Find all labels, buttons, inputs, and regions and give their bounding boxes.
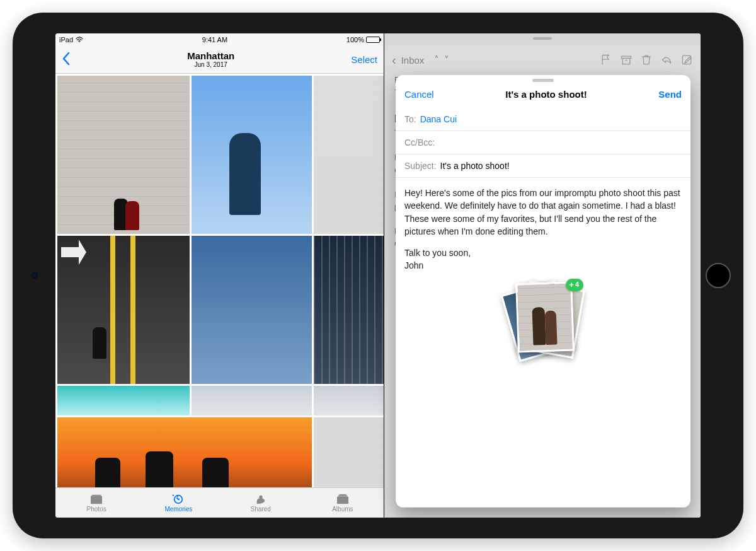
photo-thumbnail[interactable] — [314, 236, 384, 384]
shared-icon — [254, 494, 268, 505]
cc-bcc-label: Cc/Bcc: — [404, 137, 435, 148]
photos-icon — [89, 494, 103, 505]
photo-thumbnail[interactable] — [192, 76, 312, 234]
body-paragraph[interactable]: Hey! Here's some of the pics from our im… — [404, 187, 682, 238]
subject-field[interactable]: Subject: It's a photo shoot! — [396, 154, 690, 178]
tab-label: Memories — [164, 506, 192, 513]
flag-icon[interactable] — [600, 54, 612, 66]
chevron-left-icon — [62, 52, 71, 66]
memories-icon — [171, 494, 185, 505]
svg-rect-9 — [339, 494, 346, 495]
chevron-up-icon[interactable]: ˄ — [434, 54, 439, 66]
attachment-count-badge: + 4 — [566, 279, 583, 291]
subject-value[interactable]: It's a photo shoot! — [440, 161, 510, 171]
svg-rect-1 — [91, 496, 102, 504]
reply-icon[interactable] — [660, 54, 673, 66]
photo-thumbnail[interactable] — [314, 386, 384, 415]
compose-body[interactable]: Hey! Here's some of the pics from our im… — [396, 178, 690, 508]
photo-thumbnail[interactable] — [57, 417, 312, 487]
album-title: Manhattan — [187, 51, 234, 62]
home-button[interactable] — [706, 263, 731, 288]
tab-memories[interactable]: Memories — [137, 488, 219, 518]
chevron-left-icon[interactable]: ‹ — [392, 53, 396, 67]
select-button[interactable]: Select — [351, 54, 377, 65]
albums-icon — [336, 494, 350, 505]
tab-photos[interactable]: Photos — [55, 488, 137, 518]
to-field[interactable]: To: Dana Cui — [396, 108, 690, 131]
photos-navbar: Manhattan Jun 3, 2017 Select — [55, 46, 384, 74]
battery-icon — [366, 37, 380, 43]
photo-thumbnail[interactable] — [57, 76, 190, 234]
svg-rect-7 — [337, 496, 348, 504]
status-bar: iPad 9:41 AM 100% — [55, 33, 384, 46]
trash-icon[interactable] — [640, 54, 653, 66]
compose-title: It's a photo shoot! — [505, 89, 587, 100]
tab-shared[interactable]: Shared — [220, 488, 302, 518]
svg-point-6 — [259, 495, 262, 498]
attachment-stack[interactable]: + 4 — [505, 281, 581, 363]
subject-label: Subject: — [404, 161, 437, 171]
attachment-photo[interactable] — [515, 281, 575, 352]
compose-icon[interactable] — [680, 54, 693, 66]
photo-thumbnail[interactable] — [314, 417, 384, 487]
photo-thumbnail[interactable] — [192, 386, 312, 415]
mail-toolbar: ‹ Inbox ˄ ˅ — [384, 46, 701, 74]
send-button[interactable]: Send — [658, 89, 682, 100]
wifi-icon — [76, 37, 83, 43]
photo-thumbnail[interactable] — [314, 76, 384, 234]
svg-rect-8 — [338, 495, 347, 496]
tab-label: Albums — [332, 506, 353, 513]
plus-icon: + — [569, 281, 574, 289]
svg-rect-2 — [92, 494, 101, 496]
mail-back-label[interactable]: Inbox — [401, 55, 425, 66]
ipad-frame: iPad 9:41 AM 100% Manhattan Ju — [13, 13, 743, 538]
album-date: Jun 3, 2017 — [187, 61, 234, 68]
screen: iPad 9:41 AM 100% Manhattan Ju — [55, 33, 701, 518]
tab-albums[interactable]: Albums — [302, 488, 384, 518]
status-battery-pct: 100% — [346, 36, 364, 44]
photo-thumbnail[interactable] — [192, 236, 312, 384]
svg-rect-11 — [622, 59, 630, 64]
photos-app: iPad 9:41 AM 100% Manhattan Ju — [55, 33, 384, 518]
tab-label: Shared — [251, 506, 271, 513]
cc-bcc-field[interactable]: Cc/Bcc: — [396, 131, 690, 154]
svg-point-0 — [79, 41, 80, 42]
compose-sheet: Cancel It's a photo shoot! Send To: Dana… — [396, 75, 690, 508]
attachment-count: 4 — [575, 280, 579, 290]
arrow-icon — [61, 240, 86, 265]
photo-grid[interactable] — [55, 74, 384, 487]
mail-app: ‹ Inbox ˄ ˅ — [384, 33, 701, 518]
to-value[interactable]: Dana Cui — [420, 114, 457, 124]
chevron-down-icon[interactable]: ˅ — [444, 54, 449, 66]
archive-icon[interactable] — [620, 54, 633, 66]
sheet-handle[interactable] — [532, 79, 554, 82]
cancel-button[interactable]: Cancel — [404, 89, 434, 100]
status-device: iPad — [59, 36, 73, 44]
tab-label: Photos — [87, 506, 106, 513]
to-label: To: — [404, 114, 416, 124]
photos-tabbar: Photos Memories Shared Albums — [55, 487, 384, 518]
status-time: 9:41 AM — [202, 36, 227, 44]
photo-thumbnail[interactable] — [57, 386, 190, 415]
body-signature[interactable]: Talk to you soon, John — [404, 246, 682, 272]
back-button[interactable] — [62, 52, 71, 68]
camera-dot — [32, 272, 38, 279]
photo-thumbnail[interactable] — [57, 236, 190, 384]
